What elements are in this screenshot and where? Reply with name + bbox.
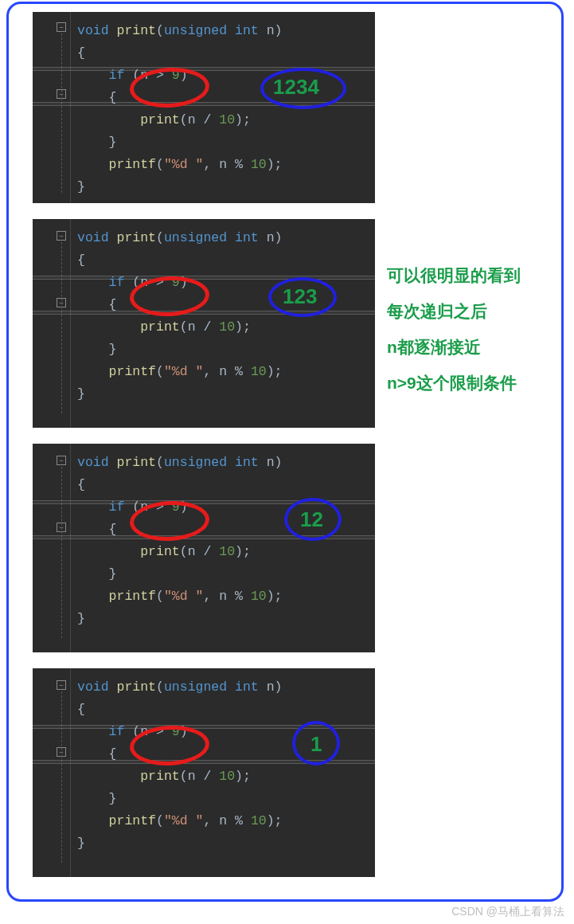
code-text: void print(unsigned int n) { if (n > 9) … bbox=[77, 452, 283, 630]
code-panel-2: − − void print(unsigned int n) { if (n >… bbox=[33, 219, 375, 428]
fold-minus-icon: − bbox=[57, 22, 66, 32]
value-badge-1234: 1234 bbox=[273, 75, 319, 100]
gutter: − − bbox=[33, 668, 71, 877]
fold-minus-icon: − bbox=[57, 231, 66, 241]
annotation-line: n都逐渐接近 bbox=[387, 329, 564, 365]
gutter: − − bbox=[33, 444, 71, 652]
diagram-frame: − − void print(unsigned int n) { if (n >… bbox=[6, 2, 564, 902]
gutter: − − bbox=[33, 12, 71, 203]
value-badge-1: 1 bbox=[310, 732, 322, 757]
value-badge-123: 123 bbox=[283, 284, 317, 309]
code-text: void print(unsigned int n) { if (n > 9) … bbox=[77, 20, 283, 198]
gutter: − − bbox=[33, 219, 71, 428]
fold-guide bbox=[61, 33, 62, 193]
fold-minus-icon: − bbox=[57, 456, 66, 465]
fold-guide bbox=[61, 691, 62, 863]
watermark: CSDN @马桶上看算法 bbox=[451, 905, 564, 919]
annotation-line: 每次递归之后 bbox=[387, 293, 564, 329]
annotation-line: 可以很明显的看到 bbox=[387, 257, 564, 293]
fold-guide bbox=[61, 467, 62, 638]
code-panel-4: − − void print(unsigned int n) { if (n >… bbox=[33, 668, 375, 877]
annotation-line: n>9这个限制条件 bbox=[387, 365, 564, 401]
code-text: void print(unsigned int n) { if (n > 9) … bbox=[77, 227, 283, 405]
fold-minus-icon: − bbox=[57, 680, 66, 690]
code-text: void print(unsigned int n) { if (n > 9) … bbox=[77, 676, 283, 855]
annotation-text: 可以很明显的看到 每次递归之后 n都逐渐接近 n>9这个限制条件 bbox=[387, 257, 564, 401]
fold-guide bbox=[61, 242, 62, 413]
value-badge-12: 12 bbox=[300, 507, 323, 532]
code-panel-3: − − void print(unsigned int n) { if (n >… bbox=[33, 444, 375, 652]
code-panel-1: − − void print(unsigned int n) { if (n >… bbox=[33, 12, 375, 203]
